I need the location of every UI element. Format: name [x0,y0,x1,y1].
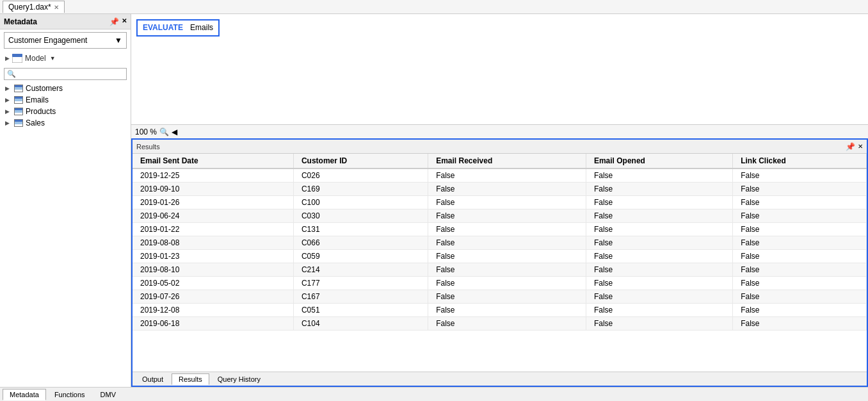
table-row: 2019-06-18C104FalseFalseFalse [133,317,867,331]
sidebar-header-icons: 📌 ✕ [109,17,127,26]
close-icon[interactable]: ✕ [54,4,59,11]
results-header: Results 📌 ✕ [133,140,867,154]
table-cell: 2019-08-08 [133,236,293,250]
model-dropdown[interactable]: Customer Engagement ▼ [4,32,127,49]
tab-output[interactable]: Output [135,373,170,385]
table-icon [14,96,23,104]
table-cell: False [586,223,732,236]
tab-results[interactable]: Results [172,373,209,385]
table-cell: False [733,277,867,290]
model-label: Model [25,54,46,63]
model-dropdown-label: Customer Engagement [8,36,87,45]
tree-items: ▶ Customers ▶ Emails ▶ Products ▶ Sales [0,83,131,129]
col-header-link-clicked: Link Clicked [733,154,867,168]
table-cell: False [586,236,732,250]
pin-icon[interactable]: 📌 [109,17,119,26]
sidebar-item-emails[interactable]: ▶ Emails [0,94,131,106]
results-table-container[interactable]: Email Sent DateCustomer IDEmail Received… [133,154,867,372]
table-cell: False [428,223,586,236]
sidebar-item-sales[interactable]: ▶ Sales [0,117,131,129]
table-cell: False [586,250,732,263]
expander-icon: ▶ [5,120,12,126]
sidebar-header-label: Metadata [4,17,37,26]
expander-icon: ▶ [5,85,12,92]
table-cell: C051 [293,304,428,317]
table-cell: C026 [293,168,428,183]
table-row: 2019-01-26C100FalseFalseFalse [133,196,867,209]
table-cell: C169 [293,183,428,196]
table-cell: C100 [293,196,428,209]
table-icon [14,85,23,92]
table-cell: False [586,317,732,331]
zoom-icon: 🔍 [159,127,169,136]
table-cell: 2019-12-08 [133,304,293,317]
sidebar-item-customers[interactable]: ▶ Customers [0,83,131,94]
dax-keyword: EVALUATE [143,23,183,32]
output-tabs: Output Results Query History [133,372,867,386]
table-cell: 2019-05-02 [133,277,293,290]
table-cell: C030 [293,209,428,223]
table-cell: C059 [293,250,428,263]
table-cell: False [428,209,586,223]
sidebar-tab-functions[interactable]: Functions [47,389,92,400]
scroll-left-icon[interactable]: ◀ [172,127,177,136]
table-cell: 2019-09-10 [133,183,293,196]
table-cell: C131 [293,223,428,236]
table-cell: 2019-12-25 [133,168,293,183]
table-cell: False [733,223,867,236]
search-box[interactable]: 🔍 [4,68,127,80]
table-cell: 2019-01-23 [133,250,293,263]
table-cell: 2019-06-24 [133,209,293,223]
zoom-level: 100 % [135,127,157,136]
table-cell: False [733,317,867,331]
table-cell: False [428,250,586,263]
editor-content: EVALUATE Emails [131,14,868,124]
search-input[interactable] [16,70,124,78]
table-cell: False [586,183,732,196]
close-results-icon[interactable]: ✕ [858,143,863,150]
table-cell: False [586,209,732,223]
col-header-customer-id: Customer ID [293,154,428,168]
model-item: ▶ Model ▼ [0,51,131,65]
tree-item-label: Sales [26,119,45,127]
table-cell: C066 [293,236,428,250]
table-cell: False [428,277,586,290]
table-cell: False [428,183,586,196]
sidebar-tab-dmv[interactable]: DMV [93,389,123,400]
table-header-row: Email Sent DateCustomer IDEmail Received… [133,154,867,168]
col-header-email-opened: Email Opened [586,154,732,168]
table-cell: False [733,196,867,209]
table-cell: False [428,236,586,250]
table-cell: False [428,304,586,317]
table-row: 2019-07-26C167FalseFalseFalse [133,290,867,304]
col-header-email-sent-date: Email Sent Date [133,154,293,168]
sidebar-tab-metadata[interactable]: Metadata [3,389,46,400]
table-cell: C104 [293,317,428,331]
table-cell: False [733,209,867,223]
expander-icon: ▶ [5,108,12,115]
pin-results-icon[interactable]: 📌 [846,142,855,151]
tab-bar: Query1.dax* ✕ [0,0,868,14]
sidebar-header: Metadata 📌 ✕ [0,14,131,29]
table-cell: False [586,290,732,304]
close-sidebar-icon[interactable]: ✕ [122,17,127,26]
expander-icon: ▶ [5,97,12,103]
table-cell: False [733,250,867,263]
table-cell: False [733,304,867,317]
model-icon [12,54,22,63]
query-tab[interactable]: Query1.dax* ✕ [3,1,65,13]
results-controls: 📌 ✕ [846,142,863,151]
table-row: 2019-01-22C131FalseFalseFalse [133,223,867,236]
col-header-email-received: Email Received [428,154,586,168]
table-cell: False [586,168,732,183]
tab-query-history[interactable]: Query History [211,373,268,385]
dax-query-box[interactable]: EVALUATE Emails [136,19,220,37]
results-panel: Results 📌 ✕ Email Sent DateCustomer IDEm… [131,138,868,387]
table-cell: False [586,304,732,317]
table-cell: False [428,317,586,331]
table-cell: C167 [293,290,428,304]
chevron-down-icon: ▼ [115,36,122,45]
sidebar-item-products[interactable]: ▶ Products [0,106,131,117]
table-row: 2019-06-24C030FalseFalseFalse [133,209,867,223]
table-icon [14,119,23,127]
